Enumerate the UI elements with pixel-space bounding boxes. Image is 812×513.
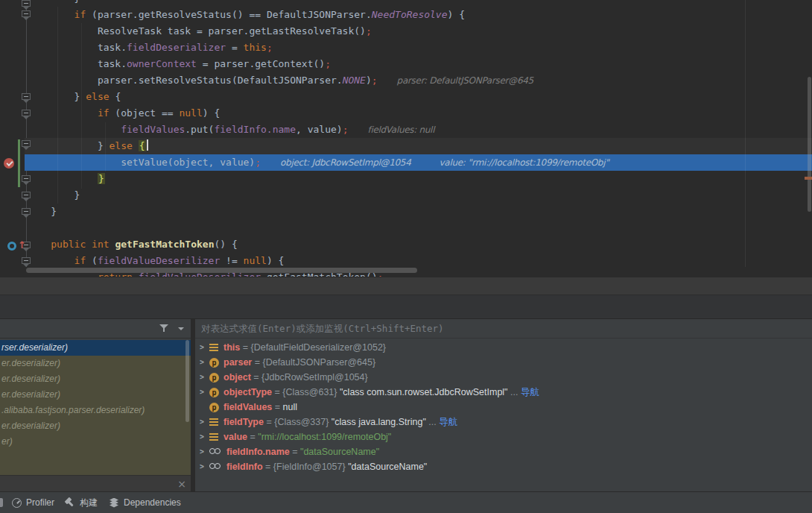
filter-icon[interactable]: [159, 324, 169, 333]
variable-name: fieldType: [223, 415, 264, 429]
code-token: ;: [372, 75, 378, 86]
chevron-down-icon[interactable]: [178, 327, 184, 330]
code-line[interactable]: [25, 220, 812, 236]
code-line[interactable]: parser.setResolveStatus(DefaultJSONParse…: [25, 72, 812, 89]
variable-row[interactable]: >objectType = {Class@631} "class com.sun…: [195, 385, 812, 400]
code-line[interactable]: ResolveTask task = parser.getLastResolve…: [25, 23, 812, 40]
code-line[interactable]: public int getFastMatchToken() {: [25, 236, 812, 253]
fold-marker-icon[interactable]: [22, 175, 31, 182]
layers-icon: [110, 498, 119, 508]
expand-chevron-icon[interactable]: >: [200, 429, 209, 444]
code-token: ) {: [203, 107, 220, 119]
stack-frame-item[interactable]: er): [0, 434, 191, 450]
variable-name: this: [223, 340, 240, 355]
horizontal-scrollbar[interactable]: [26, 268, 417, 273]
fold-marker-icon[interactable]: [22, 0, 31, 7]
code-line[interactable]: } else {: [25, 89, 812, 105]
variable-row[interactable]: >object = {JdbcRowSetImpl@1054}: [195, 370, 812, 385]
code-editor[interactable]: }if (parser.getResolveStatus() == Defaul…: [0, 0, 812, 277]
variable-value: =: [272, 400, 282, 415]
fold-marker-icon[interactable]: [22, 192, 31, 198]
text-caret: [147, 139, 148, 151]
vertical-scrollbar[interactable]: [808, 77, 811, 212]
code-token: fieldInfo.name: [214, 124, 296, 135]
variable-row[interactable]: >fieldInfo = {FieldInfo@1057} "dataSourc…: [195, 459, 812, 474]
code-line[interactable]: if (object == null) {: [25, 105, 812, 122]
expand-chevron-icon[interactable]: >: [200, 385, 209, 400]
stack-frame-item[interactable]: er.deserializer): [0, 371, 191, 387]
verified-breakpoint-icon[interactable]: [4, 158, 14, 169]
expand-chevron-icon[interactable]: >: [200, 355, 209, 370]
code-line[interactable]: }: [25, 171, 812, 187]
variable-row[interactable]: >parser = {DefaultJSONParser@645}: [195, 355, 812, 370]
code-token: .put(: [185, 124, 214, 135]
parameter-icon: [209, 373, 219, 383]
variable-row[interactable]: >fieldInfo.name = "dataSourceName": [195, 444, 812, 459]
expand-chevron-icon[interactable]: >: [200, 415, 209, 429]
fold-marker-icon[interactable]: [22, 257, 31, 264]
code-line[interactable]: task.fieldDeserializer = this;: [25, 40, 812, 56]
code-token: fieldDeserializer: [127, 42, 226, 53]
code-line[interactable]: } else {: [25, 138, 812, 154]
code-token: if: [74, 9, 86, 20]
code-line[interactable]: setValue(object, value);object: JdbcRowS…: [25, 154, 812, 171]
fold-marker-icon[interactable]: [22, 140, 31, 147]
layer-shape: [110, 503, 118, 508]
stack-frame-item[interactable]: er.deserializer): [0, 356, 191, 371]
code-line[interactable]: }: [25, 204, 812, 220]
variable-value: =: [247, 429, 258, 444]
variable-row[interactable]: >fieldType = {Class@337} "class java.lan…: [195, 415, 812, 429]
code-token: }: [51, 206, 57, 217]
close-icon[interactable]: ×: [177, 476, 186, 492]
value-icon: [209, 418, 219, 427]
variable-value: "dataSourceName": [348, 459, 427, 474]
code-token: () {: [214, 239, 237, 250]
fold-marker-icon[interactable]: [22, 10, 31, 17]
navigate-link[interactable]: 导航: [521, 385, 539, 400]
code-line[interactable]: if (fieldValueDeserilizer != null) {: [25, 253, 812, 269]
stack-frame-item[interactable]: er.deserializer): [0, 418, 191, 434]
variable-name: fieldValues: [223, 400, 272, 415]
stack-frame-item[interactable]: rser.deserializer): [0, 340, 191, 356]
statusbar-item-dependencies[interactable]: Dependencies: [110, 492, 181, 513]
variable-value: {DefaultFieldDeserializer@1052}: [250, 340, 386, 355]
code-token: parser.getResolveStatus() == DefaultJSON…: [98, 9, 372, 20]
code-token: ;: [366, 25, 372, 37]
variable-row[interactable]: >this = {DefaultFieldDeserializer@1052}: [195, 340, 812, 355]
code-line[interactable]: }: [25, 0, 812, 7]
code-line[interactable]: task.ownerContext = parser.getContext();: [25, 56, 812, 72]
variable-row[interactable]: >fieldValues = null: [195, 400, 812, 415]
code-line[interactable]: if (parser.getResolveStatus() == Default…: [25, 7, 812, 23]
inline-debug-hint: value: "rmi://localhost:1099/remoteObj": [440, 154, 609, 171]
code-token: NeedToResolve: [372, 9, 448, 20]
code-token: NONE: [343, 75, 366, 86]
code-token: if: [98, 107, 110, 119]
statusbar-item-构建[interactable]: 构建: [64, 492, 98, 513]
code-line[interactable]: fieldValues.put(fieldInfo.name, value);f…: [25, 122, 812, 138]
fold-marker-icon[interactable]: [22, 93, 31, 100]
expand-chevron-icon[interactable]: >: [200, 370, 209, 385]
override-method-icon[interactable]: ↑: [7, 241, 27, 251]
variable-value: {DefaultJSONParser@645}: [262, 355, 375, 370]
navigate-link[interactable]: 导航: [439, 415, 457, 429]
expand-chevron-icon[interactable]: >: [200, 340, 209, 355]
fold-marker-icon[interactable]: [22, 110, 31, 116]
stack-frame-item[interactable]: er.deserializer): [0, 387, 191, 403]
code-token: [133, 140, 139, 151]
expand-chevron-icon[interactable]: >: [200, 459, 209, 474]
statusbar-item-profiler[interactable]: Profiler: [12, 492, 54, 513]
fold-marker-icon[interactable]: [22, 208, 31, 215]
expand-chevron-icon[interactable]: >: [200, 444, 209, 459]
parameter-icon: [209, 388, 219, 397]
stack-frame-item[interactable]: .alibaba.fastjson.parser.deserializer): [0, 403, 191, 418]
variable-value: "dataSourceName": [300, 444, 379, 459]
code-token: ownerContext: [127, 58, 197, 69]
up-arrow-icon: ↑: [18, 240, 26, 251]
variable-row[interactable]: >value = "rmi://localhost:1099/remoteObj…: [195, 429, 812, 444]
code-line[interactable]: }: [25, 187, 812, 204]
code-token: if: [74, 255, 86, 266]
variable-name: fieldInfo.name: [226, 444, 290, 459]
evaluate-expression-bar[interactable]: 对表达式求值(Enter)或添加监视(Ctrl+Shift+Enter): [195, 319, 812, 339]
frames-scrollbar[interactable]: [185, 340, 189, 422]
status-bar: Profiler构建Dependencies: [0, 491, 812, 513]
